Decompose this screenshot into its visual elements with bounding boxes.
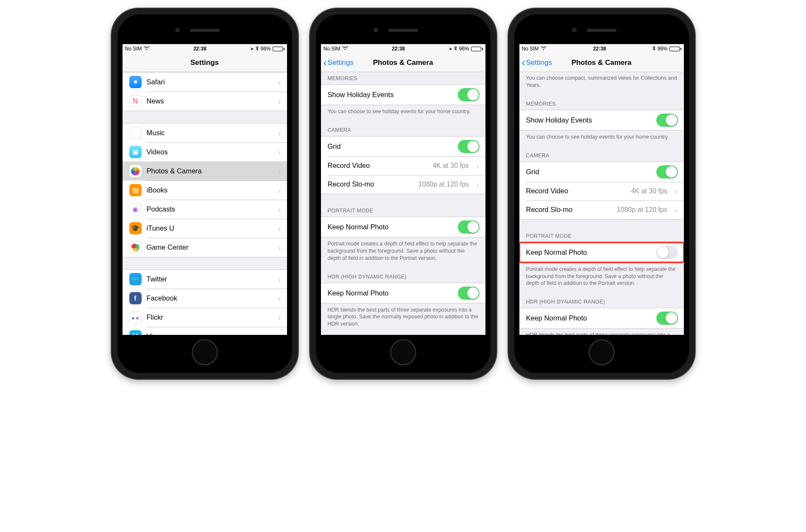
row-label: Podcasts (147, 205, 271, 213)
row-label: Record Video (526, 187, 626, 195)
row-record-video[interactable]: Record Video 4K at 30 fps › (519, 182, 684, 201)
toggle-grid[interactable] (458, 140, 480, 153)
toggle-hdr-keep-normal[interactable] (656, 312, 678, 325)
row-portrait-keep-normal[interactable]: Keep Normal Photo (519, 242, 684, 262)
row-label: Flickr (147, 313, 271, 321)
settings-row-podcasts[interactable]: ◉Podcasts› (123, 200, 287, 219)
row-hdr-keep-normal[interactable]: Keep Normal Photo (321, 283, 485, 303)
news-icon: N (129, 95, 142, 107)
bluetooth-icon (653, 46, 655, 52)
settings-row-videos[interactable]: ▣Videos› (123, 142, 287, 162)
photos-icon (129, 165, 142, 177)
earpiece (587, 29, 616, 32)
row-record-video[interactable]: Record Video 4K at 30 fps › (321, 156, 485, 175)
wifi-icon (541, 46, 547, 51)
row-label: Show Holiday Events (526, 116, 651, 124)
earpiece (190, 29, 220, 32)
row-label: Grid (526, 168, 651, 176)
row-label: Facebook (147, 294, 271, 302)
section-header-portrait: PORTRAIT MODE (321, 194, 485, 217)
row-show-holiday-events[interactable]: Show Holiday Events (321, 85, 485, 105)
music-icon: ♪ (129, 127, 142, 139)
back-button[interactable]: ‹ Settings (324, 53, 354, 72)
home-button[interactable] (588, 339, 615, 365)
settings-row-twitter[interactable]: 🐦Twitter› (123, 270, 287, 289)
row-detail: 1080p at 120 fps (617, 206, 667, 214)
settings-row-music[interactable]: ♪Music› (123, 123, 287, 142)
nav-bar: ‹ Settings Photos & Camera (519, 53, 684, 72)
settings-row-vimeo[interactable]: VVimeo› (123, 327, 287, 335)
row-label: Music (147, 129, 271, 137)
photos-camera-list[interactable]: You can choose compact, summarized views… (519, 72, 684, 335)
chevron-right-icon: › (278, 332, 281, 335)
toggle-hdr-keep-normal[interactable] (458, 287, 480, 300)
nav-bar: Settings (123, 53, 287, 72)
carrier-text: No SIM (324, 46, 340, 52)
settings-row-safari[interactable]: ✷Safari› (123, 72, 287, 92)
section-footer-hdr: HDR blends the best parts of three separ… (321, 304, 485, 331)
row-label: Twitter (147, 275, 271, 283)
row-grid[interactable]: Grid (519, 162, 684, 182)
gc-icon (129, 241, 142, 253)
front-camera (374, 28, 378, 32)
section-footer-portrait: Portrait mode creates a depth of field e… (321, 237, 485, 265)
row-show-holiday-events[interactable]: Show Holiday Events (519, 110, 684, 130)
clock: 22:38 (392, 46, 405, 52)
toggle-portrait-keep-normal[interactable] (656, 246, 678, 259)
settings-row-ibooks[interactable]: ▤iBooks› (123, 181, 287, 200)
row-record-slomo[interactable]: Record Slo-mo 1080p at 120 fps › (519, 201, 684, 219)
settings-row-flickr[interactable]: Flickr› (123, 308, 287, 327)
wifi-icon (342, 46, 348, 51)
row-label: Record Video (328, 162, 428, 170)
back-button[interactable]: ‹ Settings (522, 53, 552, 72)
battery-icon (273, 47, 284, 51)
settings-row-photos[interactable]: Photos & Camera› (123, 162, 287, 181)
status-bar: No SIM 22:38 ➤ 96% (321, 44, 485, 53)
home-button[interactable] (192, 339, 218, 365)
chevron-right-icon: › (675, 206, 678, 214)
settings-list[interactable]: ✷Safari›NNews›♪Music›▣Videos›Photos & Ca… (123, 72, 287, 335)
toggle-portrait-keep-normal[interactable] (458, 220, 480, 234)
screen-photos-camera: No SIM 22:38 ➤ 96% (321, 44, 485, 335)
wifi-icon (144, 46, 150, 51)
section-header-memories: MEMORIES (321, 72, 485, 84)
page-title: Settings (190, 58, 219, 67)
settings-row-itunesu[interactable]: 🎓iTunes U› (123, 219, 287, 238)
safari-icon: ✷ (129, 76, 142, 88)
home-button[interactable] (390, 339, 416, 365)
toggle-grid[interactable] (656, 165, 678, 178)
row-detail: 4K at 30 fps (631, 187, 667, 195)
chevron-right-icon: › (278, 78, 281, 86)
battery-icon (669, 47, 681, 51)
row-label: Keep Normal Photo (526, 248, 651, 256)
photos-camera-list[interactable]: MEMORIES Show Holiday Events You can cho… (321, 72, 485, 335)
settings-row-gc[interactable]: Game Center› (123, 238, 287, 257)
toggle-show-holiday[interactable] (458, 88, 480, 101)
row-grid[interactable]: Grid (321, 136, 485, 156)
settings-row-facebook[interactable]: fFacebook› (123, 289, 287, 308)
chevron-right-icon: › (278, 167, 281, 175)
row-label: Show Holiday Events (328, 91, 453, 99)
back-label: Settings (526, 58, 552, 67)
section-header-portrait: PORTRAIT MODE (519, 220, 684, 242)
toggle-show-holiday[interactable] (656, 114, 678, 127)
clock: 22:38 (593, 46, 606, 52)
row-portrait-keep-normal[interactable]: Keep Normal Photo (321, 217, 485, 237)
battery-pct: 96% (459, 46, 469, 52)
row-hdr-keep-normal[interactable]: Keep Normal Photo (519, 308, 684, 328)
clock: 22:38 (193, 46, 206, 52)
chevron-right-icon: › (477, 162, 480, 170)
facebook-icon: f (129, 292, 142, 304)
group-gap (123, 257, 287, 269)
bluetooth-icon (454, 46, 457, 52)
chevron-right-icon: › (278, 224, 281, 233)
chevron-right-icon: › (278, 205, 281, 214)
row-record-slomo[interactable]: Record Slo-mo 1080p at 120 fps › (321, 175, 485, 194)
phone-frame: No SIM 22:38 ➤ 96% (112, 8, 298, 379)
nav-bar: ‹ Settings Photos & Camera (321, 53, 485, 72)
row-label: iTunes U (147, 224, 271, 232)
carrier-text: No SIM (125, 46, 142, 52)
settings-row-news[interactable]: NNews› (123, 92, 287, 111)
chevron-right-icon: › (278, 275, 281, 284)
row-label: Videos (147, 148, 271, 156)
